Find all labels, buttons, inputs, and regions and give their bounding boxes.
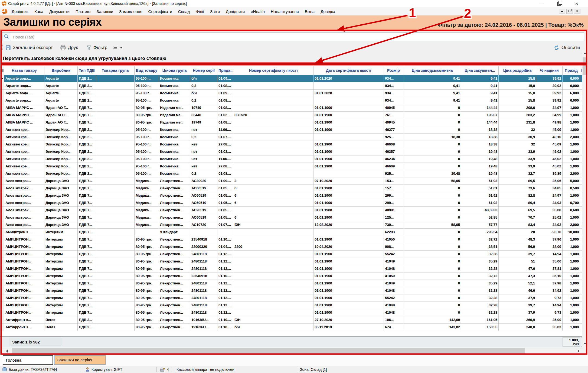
menu-item-13[interactable]: Налаштування (268, 9, 302, 14)
table-row[interactable]: Алоэ экстрак...Дарница ЗАОПДВ 7...Медика… (0, 192, 588, 199)
menu-item-11[interactable]: Довідники (223, 9, 248, 14)
table-row[interactable]: Активен кре...Эликсир Кор...ПДВ 2...95-1… (0, 141, 588, 148)
table-cell: 0,2 (190, 170, 217, 177)
table-row[interactable]: Алоэ экстрак...Дарница ЗАОПДВ 7...Медика… (0, 214, 588, 221)
table-row[interactable]: Активен кре...Эликсир Кор...ПДВ 2...95-1… (0, 126, 588, 134)
refresh-button[interactable]: Оновити (554, 44, 580, 51)
horizontal-scroll-thumb[interactable] (12, 348, 525, 354)
column-header-12[interactable]: Ціна заводська/митна (403, 66, 461, 75)
export-button[interactable]: Загальний експорт (5, 44, 53, 51)
table-cell: 03440 (190, 112, 217, 119)
column-header-8[interactable]: Прида... (217, 66, 233, 75)
column-header-2[interactable]: Виробник (44, 66, 78, 75)
table-row[interactable]: Активен кре...Эликсир Кор...ПДВ 2...95-1… (0, 170, 588, 177)
table-row[interactable]: Алоэ экстрак...Дарница ЗАОПДВ 7...Медика… (0, 221, 588, 229)
scroll-left-button[interactable] (3, 348, 10, 354)
scroll-down-button[interactable] (582, 340, 588, 347)
row-indicator (0, 192, 4, 199)
menu-item-4[interactable]: Платежі (73, 9, 94, 14)
grid-corner-icon[interactable] (0, 66, 4, 75)
table-row[interactable]: АМИЦИТРОН...ИнтерхимПДВ 7...80-95 грн.Ле… (0, 258, 588, 265)
table-cell: ПДВ 2... (78, 141, 96, 148)
table-row[interactable]: Aquarte вода...AquarteПДВ 2...95-100 г..… (0, 75, 588, 82)
column-header-15[interactable]: % націнки (536, 66, 563, 75)
menu-item-7[interactable]: Сертифікати (145, 9, 175, 14)
column-header-16[interactable]: Прихід (563, 66, 580, 75)
column-header-10[interactable]: Дата сертифіката якості (313, 66, 384, 75)
table-row[interactable]: Активен кре...Эликсир Кор...ПДВ 2...95-1… (0, 163, 588, 170)
tab-home[interactable]: Головна (3, 355, 53, 365)
table-row[interactable]: АМИЦИТРОН...ИнтерхимПДВ 7...80-95 грн.Ле… (0, 294, 588, 302)
group-by-panel[interactable]: Перетягніть заголовок колонки сюди для у… (0, 53, 588, 64)
column-header-4[interactable]: Товарна група (96, 66, 135, 75)
table-row[interactable]: Алоэ экстрак...Дарница ЗАОПДВ 7...Медика… (0, 207, 588, 214)
menu-item-6[interactable]: Замовлення (116, 9, 145, 14)
column-header-1[interactable]: Назва товару (4, 66, 44, 75)
vertical-scrollbar[interactable] (582, 49, 588, 347)
column-header-7[interactable]: Номер серії (190, 66, 217, 75)
table-row[interactable]: Активен кре...Эликсир Кор...ПДВ 2...95-1… (0, 148, 588, 155)
table-row[interactable]: АМИЦИТРОН...ИнтерхимПДВ 7...80-95 грн.Ле… (0, 236, 588, 243)
table-row[interactable]: Активен кре...Эликсир Кор...ПДВ 2...95-1… (0, 134, 588, 141)
close-button[interactable]: × (571, 1, 583, 7)
menu-item-2[interactable]: Каса (31, 9, 46, 14)
search-icon[interactable] (3, 33, 10, 40)
table-row[interactable]: Aquarte вода...AquarteПДВ 2...95-100 г..… (0, 97, 588, 104)
vertical-scroll-thumb[interactable] (583, 57, 587, 75)
table-row[interactable]: Алоэ экстрак...Дарница ЗАОПДВ 7...Медика… (0, 177, 588, 185)
column-header-13[interactable]: Ціна закупівел... (461, 66, 499, 75)
columns-button[interactable] (113, 44, 123, 51)
table-row[interactable]: АМИЦИТРОН...ИнтерхимПДВ 7...80-95 грн.Ле… (0, 273, 588, 280)
mdi-minimize-button[interactable] (559, 9, 565, 14)
table-cell: 95-100 г... (135, 90, 159, 97)
menu-item-1[interactable]: Довідник (9, 9, 31, 14)
scroll-right-button[interactable] (575, 348, 582, 354)
menu-item-12[interactable]: eHealth (248, 9, 268, 14)
tab-stock-by-series[interactable]: Залишки по серіях (54, 355, 106, 365)
menu-item-5[interactable]: Залишки (94, 9, 116, 14)
menu-item-3[interactable]: Документи (46, 9, 73, 14)
table-row[interactable]: АМИЦИТРОН...ИнтерхимПДВ 7...80-95 грн.Ле… (0, 265, 588, 273)
restore-button[interactable] (553, 1, 565, 7)
table-row[interactable]: Активен кре...Эликсир Кор...ПДВ 2...95-1… (0, 155, 588, 163)
column-header-3[interactable]: Тип ПДВ (78, 66, 96, 75)
table-row[interactable]: АМИЦИТРОН...ИнтерхимПДВ 7...80-95 грн.Ле… (0, 251, 588, 258)
table-row[interactable]: Aquarte вода...AquarteПДВ 2...95-100 г..… (0, 82, 588, 90)
table-cell: 61,92 (461, 199, 499, 207)
scroll-up-button[interactable] (582, 50, 588, 56)
table-row[interactable]: АКВА МАРИС ...Ядран АО Г...ПДВ 7...80-95… (0, 119, 588, 126)
table-cell: 39,89 (536, 170, 563, 177)
filter-button[interactable]: Фільтр (86, 44, 107, 51)
column-header-9[interactable]: Номер сертифікату якості (233, 66, 313, 75)
table-row[interactable]: Амицитрон э...ИнтерХимПДВ 7...!Стандарт6… (0, 229, 588, 236)
table-row[interactable]: Алоэ экстрак...Дарница ЗАОПДВ 7...Медика… (0, 199, 588, 207)
column-header-11[interactable]: Розмір (384, 66, 403, 75)
column-header-6[interactable]: Цінова група (159, 66, 190, 75)
table-row[interactable]: АКВА МАРИС ...Ядран АО Г...ПДВ 7...80-95… (0, 104, 588, 112)
table-row[interactable]: Aquarte вода...AquarteПДВ 2...95-100 г..… (0, 90, 588, 97)
column-header-5[interactable]: Вид товару (135, 66, 159, 75)
menu-item-10[interactable]: Звіти (207, 9, 223, 14)
horizontal-scrollbar[interactable] (0, 348, 588, 354)
minimize-button[interactable] (535, 1, 547, 7)
print-button[interactable]: Друк (60, 44, 78, 51)
mdi-close-button[interactable]: × (574, 9, 580, 14)
search-box[interactable] (2, 32, 584, 41)
table-row[interactable]: Антифронт э...BeresПДВ 2...80-95 грн.Лек… (0, 324, 588, 331)
table-row[interactable]: АМИЦИТРОН...ИнтерхимПДВ 7...80-95 грн.Ле… (0, 287, 588, 294)
menu-item-8[interactable]: Склад (175, 9, 193, 14)
menu-item-15[interactable]: Довідка (318, 9, 338, 14)
table-row[interactable]: АМИЦИТРОН...ИнтерхимПДВ 7...80-95 грн.Ле… (0, 280, 588, 287)
table-row[interactable]: АМИЦИТРОН...ИнтерхимПДВ 7...80-95 грн.Ле… (0, 243, 588, 251)
menu-item-9[interactable]: Філії (193, 9, 207, 14)
mdi-restore-button[interactable] (566, 9, 573, 14)
table-row[interactable]: Антифронт э...BeresПДВ 2...80-95 грн.Лек… (0, 316, 588, 324)
column-header-14[interactable]: Ціна роздрібна (499, 66, 536, 75)
toolbar-grip[interactable] (1, 44, 3, 51)
table-row[interactable]: АМИЦИТРОН...ИнтерхимПДВ 7...80-95 грн.Ле… (0, 302, 588, 309)
table-row[interactable]: Алоэ экстрак...Дарница ЗАОПДВ 7...Медика… (0, 185, 588, 192)
search-input[interactable] (12, 33, 555, 41)
menu-item-14[interactable]: Вікна (302, 9, 318, 14)
table-row[interactable]: АКВА МАРИС ...Ядран АО Г...ПДВ 7...80-95… (0, 112, 588, 119)
table-row[interactable]: АМИЦИТРОН...ИнтерхимПДВ 7...80-95 грн.Ле… (0, 309, 588, 316)
